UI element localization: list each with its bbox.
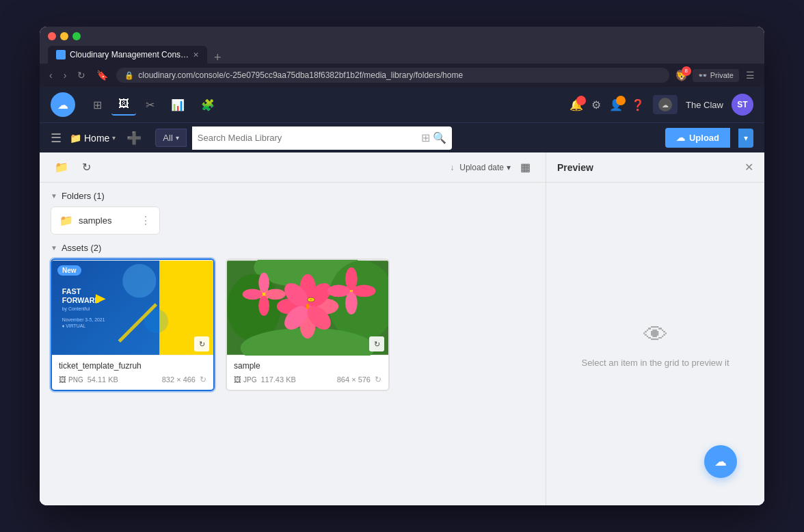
sort-direction-icon: ↓ bbox=[450, 163, 454, 172]
fab-icon: ☁ bbox=[714, 454, 727, 469]
asset-sync-icon-sample[interactable]: ↻ bbox=[375, 375, 381, 384]
image-icon-jpg: 🖼 bbox=[234, 375, 241, 384]
private-label: Private bbox=[710, 71, 734, 79]
brave-badge: 8 bbox=[682, 66, 691, 76]
active-browser-tab[interactable]: Cloudinary Management Cons… ✕ bbox=[48, 46, 207, 64]
svg-point-41 bbox=[353, 285, 375, 297]
nav-extensions-button[interactable]: 🧩 bbox=[194, 94, 222, 116]
folder-menu-button[interactable]: ⋮ bbox=[140, 214, 151, 227]
breadcrumb: 📁 Home ▾ bbox=[70, 133, 116, 144]
asset-info-ticket: ticket_template_fuzruh 🖼 PNG 54.11 KB 83… bbox=[52, 356, 213, 390]
sort-select[interactable]: Upload date ▾ bbox=[459, 163, 511, 172]
bookmark-button[interactable]: 🔖 bbox=[94, 68, 111, 82]
svg-point-33 bbox=[258, 273, 269, 293]
asset-meta-ticket: 🖼 PNG 54.11 KB 832 × 466 ↻ bbox=[59, 375, 206, 384]
image-icon: 🖼 bbox=[59, 375, 66, 384]
home-label: Home bbox=[84, 133, 109, 144]
grid-view-button[interactable]: ▦ bbox=[516, 158, 535, 176]
svg-text:FORWARD: FORWARD bbox=[62, 296, 100, 304]
forward-button[interactable]: › bbox=[61, 68, 70, 82]
assets-section-header[interactable]: ▼ Assets (2) bbox=[51, 243, 535, 253]
svg-point-40 bbox=[327, 285, 350, 297]
new-badge: New bbox=[57, 265, 81, 276]
help-icon[interactable]: ❓ bbox=[631, 98, 645, 111]
search-icon[interactable]: 🔍 bbox=[433, 131, 446, 144]
asset-card-sample[interactable]: ↻ sample 🖼 JPG bbox=[226, 258, 390, 391]
new-folder-button[interactable]: 📁 bbox=[51, 158, 72, 176]
asset-action-buttons-sample: ↻ bbox=[369, 336, 384, 351]
assets-chevron-icon: ▼ bbox=[51, 244, 57, 252]
folders-section: ▼ Folders (1) 📁 samples ⋮ bbox=[51, 191, 535, 235]
eye-icon: 👁 bbox=[643, 321, 668, 349]
folders-section-header[interactable]: ▼ Folders (1) bbox=[51, 191, 535, 201]
assets-grid: New bbox=[51, 258, 535, 391]
person-icon[interactable]: 👤 bbox=[609, 98, 623, 111]
nav-dashboard-button[interactable]: ⊞ bbox=[86, 94, 109, 116]
tab-close-button[interactable]: ✕ bbox=[193, 51, 199, 59]
asset-refresh-button[interactable]: ↻ bbox=[194, 336, 209, 351]
preview-header: Preview ✕ bbox=[546, 152, 764, 183]
assets-section: ▼ Assets (2) New bbox=[51, 243, 535, 391]
reload-button[interactable]: ↻ bbox=[75, 68, 88, 82]
brave-shield-icon[interactable]: 🦁8 bbox=[675, 69, 688, 82]
upload-button[interactable]: ☁ Upload bbox=[665, 128, 730, 148]
minimize-traffic-light[interactable] bbox=[60, 32, 68, 40]
app-logo[interactable]: ☁ bbox=[51, 92, 75, 117]
asset-refresh-button-sample[interactable]: ↻ bbox=[369, 336, 384, 351]
preview-message: Select an item in the grid to preview it bbox=[581, 358, 729, 368]
asset-meta-sample: 🖼 JPG 117.43 KB 864 × 576 ↻ bbox=[234, 375, 381, 384]
fab-button[interactable]: ☁ bbox=[704, 445, 737, 478]
folder-icon: 📁 bbox=[59, 214, 73, 227]
tab-title: Cloudinary Management Cons… bbox=[70, 50, 189, 59]
upload-dropdown-button[interactable]: ▾ bbox=[738, 129, 753, 148]
asset-name-ticket: ticket_template_fuzruh bbox=[59, 361, 206, 371]
sidebar-toggle-button[interactable]: ☰ bbox=[51, 131, 62, 146]
svg-point-34 bbox=[258, 295, 269, 316]
account-name: The Claw bbox=[686, 100, 723, 110]
asset-action-buttons: ↻ bbox=[194, 336, 209, 351]
upload-cloud-icon: ☁ bbox=[676, 133, 685, 143]
search-input[interactable] bbox=[198, 133, 421, 143]
add-folder-button[interactable]: ➕ bbox=[126, 131, 142, 146]
asset-thumbnail-sample: ↻ bbox=[227, 260, 388, 356]
advanced-filter-icon[interactable]: ⊞ bbox=[421, 131, 430, 144]
asset-thumbnail-ticket: New bbox=[52, 260, 213, 356]
person-badge bbox=[616, 96, 626, 105]
nav-analytics-button[interactable]: 📊 bbox=[164, 94, 191, 116]
refresh-button[interactable]: ↻ bbox=[78, 158, 95, 176]
nav-transformations-button[interactable]: ✂ bbox=[139, 94, 161, 116]
asset-dimensions-sample: 864 × 576 bbox=[337, 375, 371, 384]
url-text: cloudinary.com/console/c-25e0795cc9aa75d… bbox=[138, 70, 660, 80]
address-bar[interactable]: 🔒 cloudinary.com/console/c-25e0795cc9aa7… bbox=[116, 68, 669, 83]
preview-close-button[interactable]: ✕ bbox=[745, 161, 753, 174]
private-mode-badge: 👓 Private bbox=[693, 69, 739, 82]
maximize-traffic-light[interactable] bbox=[72, 32, 81, 40]
notification-count bbox=[576, 96, 586, 105]
close-traffic-light[interactable] bbox=[48, 32, 56, 40]
chevron-down-icon: ▾ bbox=[112, 134, 116, 142]
folders-section-title: Folders (1) bbox=[62, 191, 105, 201]
asset-card-ticket[interactable]: New bbox=[51, 258, 215, 391]
bell-icon[interactable]: 🔔 bbox=[570, 98, 583, 111]
new-tab-button[interactable]: + bbox=[210, 51, 226, 64]
folder-card-samples[interactable]: 📁 samples ⋮ bbox=[51, 207, 160, 235]
asset-name-sample: sample bbox=[234, 361, 381, 371]
asset-sync-icon[interactable]: ↻ bbox=[200, 375, 206, 384]
asset-type-jpg: 🖼 JPG bbox=[234, 375, 256, 384]
browser-menu-button[interactable]: ☰ bbox=[743, 68, 758, 82]
home-folder-icon: 📁 bbox=[70, 133, 81, 144]
search-filter-dropdown[interactable]: All ▾ bbox=[155, 129, 186, 147]
user-avatar[interactable]: ST bbox=[732, 94, 753, 116]
svg-point-36 bbox=[265, 289, 286, 300]
svg-point-39 bbox=[345, 291, 358, 314]
home-breadcrumb-button[interactable]: Home ▾ bbox=[84, 133, 116, 144]
settings-icon[interactable]: ⚙ bbox=[591, 98, 601, 111]
nav-media-library-button[interactable]: 🖼 bbox=[111, 94, 136, 116]
svg-point-35 bbox=[243, 289, 263, 300]
folder-name: samples bbox=[79, 215, 135, 226]
svg-text:November 3-5, 2021: November 3-5, 2021 bbox=[62, 317, 105, 322]
back-button[interactable]: ‹ bbox=[46, 68, 55, 82]
svg-text:♦ VIRTUAL: ♦ VIRTUAL bbox=[62, 324, 86, 329]
media-grid: ▼ Folders (1) 📁 samples ⋮ bbox=[40, 183, 546, 505]
workspace-switcher[interactable]: ☁ bbox=[653, 95, 678, 114]
